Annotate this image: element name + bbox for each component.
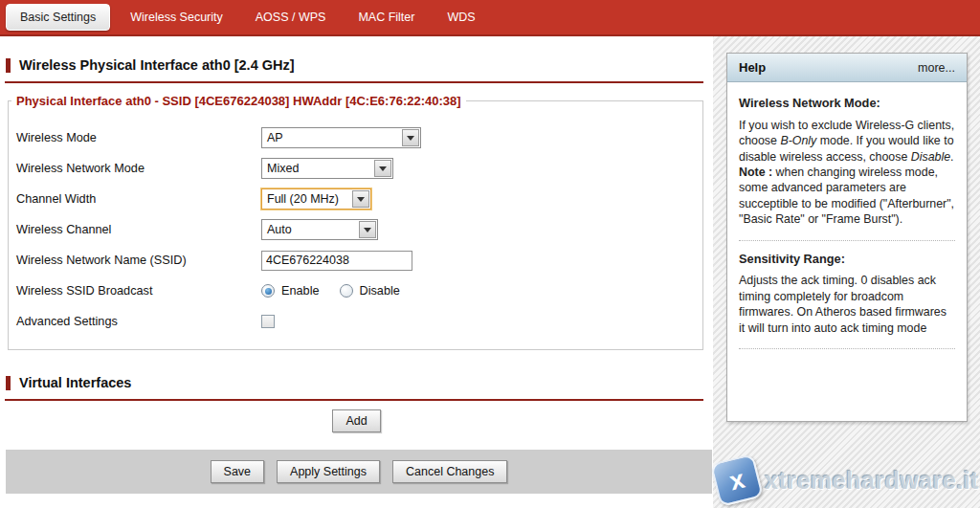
physical-section-title: Wireless Physical Interface ath0 [2.4 GH…	[19, 57, 295, 73]
ssid-row: Wireless Network Name (SSID)	[9, 245, 702, 276]
advanced-settings-row: Advanced Settings	[9, 306, 702, 337]
wireless-channel-select[interactable]: Auto	[261, 219, 378, 240]
tab-mac-filter[interactable]: MAC Filter	[342, 5, 431, 30]
help-header: Help more...	[727, 54, 967, 82]
ssid-broadcast-enable-label: Enable	[281, 284, 320, 298]
section-rule	[5, 399, 703, 401]
wireless-mode-value: AP	[262, 128, 401, 147]
advanced-settings-label: Advanced Settings	[16, 315, 261, 328]
help-text: .	[950, 150, 953, 164]
router-admin-page: Basic Settings Wireless Security AOSS / …	[0, 0, 980, 508]
ssid-input[interactable]	[261, 251, 412, 271]
chevron-down-icon[interactable]	[359, 221, 376, 238]
network-mode-label: Wireless Network Mode	[16, 162, 261, 175]
help-more-link[interactable]: more...	[918, 61, 955, 75]
help-body: Wireless Network Mode: If you wish to ex…	[727, 82, 967, 369]
help-topic2-paragraph: Adjusts the ack timing. 0 disables ack t…	[739, 273, 955, 336]
virtual-section-title: Virtual Interfaces	[19, 375, 131, 390]
ssid-broadcast-radio-group: Enable Disable	[261, 284, 413, 298]
ssid-broadcast-label: Wireless SSID Broadcast	[16, 284, 261, 298]
watermark: x xtremehardware.it	[713, 458, 980, 502]
cancel-changes-button[interactable]: Cancel Changes	[392, 460, 507, 483]
help-title: Help	[739, 60, 766, 75]
xtremehardware-logo-icon: x	[710, 453, 764, 507]
physical-fieldset-legend: Physical Interface ath0 - SSID [4CE67622…	[11, 94, 466, 108]
ssid-broadcast-row: Wireless SSID Broadcast Enable Disable	[9, 276, 702, 306]
ssid-label: Wireless Network Name (SSID)	[16, 254, 261, 267]
add-button[interactable]: Add	[332, 409, 380, 432]
physical-interface-fieldset: Physical Interface ath0 - SSID [4CE67622…	[8, 94, 703, 350]
chevron-down-icon[interactable]	[374, 160, 391, 177]
footer-action-bar: Save Apply Settings Cancel Changes	[6, 450, 712, 494]
section-accent-bar	[6, 58, 11, 73]
advanced-settings-checkbox[interactable]	[261, 315, 275, 328]
help-divider	[739, 348, 955, 349]
network-mode-row: Wireless Network Mode Mixed	[9, 153, 702, 184]
help-topic1-paragraph: If you wish to exclude Wireless-G client…	[739, 118, 955, 228]
network-mode-select[interactable]: Mixed	[261, 158, 393, 179]
wireless-channel-row: Wireless Channel Auto	[9, 214, 702, 245]
section-rule	[5, 81, 703, 83]
physical-section-heading: Wireless Physical Interface ath0 [2.4 GH…	[6, 57, 295, 73]
channel-width-row: Channel Width Full (20 MHz)	[9, 184, 702, 214]
wireless-channel-label: Wireless Channel	[16, 223, 261, 236]
help-panel: Help more... Wireless Network Mode: If y…	[726, 53, 968, 422]
channel-width-label: Channel Width	[16, 192, 261, 206]
top-navigation: Basic Settings Wireless Security AOSS / …	[0, 0, 980, 36]
wireless-channel-value: Auto	[262, 220, 358, 239]
tab-wds[interactable]: WDS	[431, 5, 491, 30]
section-accent-bar	[6, 376, 11, 390]
main-content: Wireless Physical Interface ath0 [2.4 GH…	[0, 36, 713, 508]
help-divider	[739, 240, 955, 241]
virtual-add-row: Add	[0, 409, 713, 432]
watermark-text: xtremehardware.it	[765, 467, 979, 495]
channel-width-value: Full (20 MHz)	[262, 189, 351, 209]
help-text-italic: Disable	[911, 150, 950, 164]
logo-x-letter: x	[726, 464, 747, 497]
virtual-section-heading: Virtual Interfaces	[6, 375, 131, 390]
network-mode-value: Mixed	[262, 159, 373, 178]
wireless-mode-label: Wireless Mode	[16, 131, 261, 144]
chevron-down-icon[interactable]	[402, 129, 419, 146]
ssid-broadcast-disable-radio[interactable]	[340, 284, 353, 298]
wireless-mode-row: Wireless Mode AP	[9, 122, 702, 153]
tab-aoss-wps[interactable]: AOSS / WPS	[239, 5, 343, 30]
save-button[interactable]: Save	[211, 460, 265, 483]
help-text-italic: B-Only	[780, 134, 816, 147]
help-topic2-title: Sensitivity Range:	[739, 252, 955, 268]
tab-wireless-security[interactable]: Wireless Security	[114, 5, 239, 30]
help-sidebar: Help more... Wireless Network Mode: If y…	[713, 36, 980, 508]
help-topic1-title: Wireless Network Mode:	[739, 96, 955, 112]
wireless-mode-select[interactable]: AP	[261, 127, 421, 148]
apply-settings-button[interactable]: Apply Settings	[277, 460, 380, 483]
help-note-label: Note :	[739, 166, 772, 179]
channel-width-select[interactable]: Full (20 MHz)	[261, 188, 371, 210]
chevron-down-icon[interactable]	[352, 190, 369, 208]
ssid-broadcast-disable-label: Disable	[360, 284, 400, 298]
ssid-broadcast-enable-radio[interactable]	[261, 284, 275, 298]
tab-basic-settings[interactable]: Basic Settings	[6, 4, 110, 31]
